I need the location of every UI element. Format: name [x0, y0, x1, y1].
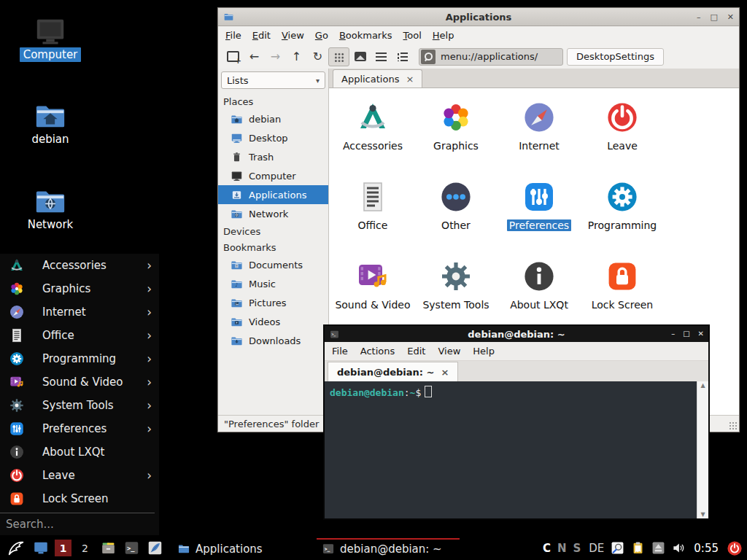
screenshot-tool-icon[interactable]: [611, 541, 624, 555]
terminal-titlebar[interactable]: >_ debian@debian: ~ – □ ✕: [325, 326, 708, 342]
menu-item-label: Office: [42, 329, 74, 342]
fm-close-button[interactable]: ✕: [727, 13, 734, 21]
start-menu-button[interactable]: [6, 539, 26, 557]
grid-item-accessories[interactable]: Accessories: [331, 100, 414, 152]
terminal-menu-view[interactable]: View: [438, 346, 460, 357]
sidebar-item-trash[interactable]: Trash: [218, 147, 328, 166]
launcher-featherpad[interactable]: [147, 540, 163, 556]
menu-item-about-lxqt[interactable]: About LXQt: [0, 440, 159, 464]
grid-item-graphics[interactable]: Graphics: [414, 100, 498, 152]
numlock-indicator[interactable]: N: [557, 542, 567, 555]
thumbnail-view-button[interactable]: [349, 47, 371, 66]
terminal-menu-edit[interactable]: Edit: [407, 346, 425, 357]
fm-maximize-button[interactable]: □: [710, 13, 717, 21]
menu-item-internet[interactable]: Internet ›: [0, 300, 159, 324]
grid-item-system-tools[interactable]: System Tools: [414, 259, 498, 311]
menu-item-graphics[interactable]: Graphics ›: [0, 277, 159, 300]
menu-item-accessories[interactable]: Accessories ›: [0, 254, 159, 277]
menu-item-lock-screen[interactable]: Lock Screen: [0, 487, 159, 510]
desktop-icon-computer[interactable]: Computer: [10, 15, 90, 61]
icon-view-button[interactable]: [328, 47, 349, 66]
fm-minimize-button[interactable]: –: [697, 13, 701, 21]
sidebar-item-label: Music: [249, 279, 276, 289]
taskbar-task-applications[interactable]: Applications: [172, 538, 309, 558]
menu-search-input[interactable]: Search...: [0, 513, 155, 535]
grid-item-label: Graphics: [431, 140, 481, 152]
taskbar-task-debian-debian[interactable]: >_ debian@debian: ~: [317, 538, 460, 558]
tab-close-icon[interactable]: ×: [406, 74, 414, 85]
fm-menu-bookmarks[interactable]: Bookmarks: [339, 30, 392, 41]
grid-item-sound-video[interactable]: Sound & Video: [331, 259, 414, 311]
terminal-maximize-button[interactable]: □: [683, 330, 689, 338]
detailed-view-button[interactable]: [392, 47, 413, 66]
fm-menu-view[interactable]: View: [282, 30, 304, 41]
fm-menu-tool[interactable]: Tool: [403, 30, 422, 41]
terminal-tab-close-icon[interactable]: ×: [441, 367, 449, 378]
grid-item-programming[interactable]: Programming: [581, 179, 664, 232]
sidebar-item-downloads[interactable]: Downloads: [218, 331, 328, 350]
menu-item-programming[interactable]: Programming ›: [0, 347, 159, 370]
sidebar-item-computer[interactable]: Computer: [218, 166, 328, 185]
grid-item-office[interactable]: Office: [331, 179, 414, 232]
terminal-tab[interactable]: debian@debian: ~ ×: [328, 362, 458, 382]
fm-menu-edit[interactable]: Edit: [252, 30, 271, 41]
scroll-up-icon[interactable]: ▲: [700, 382, 705, 389]
grid-item-about-lxqt[interactable]: About LXQt: [498, 259, 581, 311]
sidebar-item-network[interactable]: Network: [218, 204, 328, 223]
fm-menu-go[interactable]: Go: [315, 30, 328, 41]
sidebar-item-debian[interactable]: debian: [218, 109, 328, 128]
keyboard-layout-indicator[interactable]: DE: [589, 542, 604, 555]
menu-item-preferences[interactable]: Preferences ›: [0, 417, 159, 440]
menu-item-system-tools[interactable]: System Tools ›: [0, 394, 159, 417]
capslock-indicator[interactable]: C: [543, 542, 551, 555]
clipboard-icon[interactable]: [631, 541, 645, 555]
sidebar-item-videos[interactable]: Videos: [218, 312, 328, 331]
terminal-close-button[interactable]: ✕: [698, 330, 704, 338]
terminal-minimize-button[interactable]: –: [671, 330, 675, 338]
sidebar-item-pictures[interactable]: Pictures: [218, 293, 328, 312]
show-desktop-button[interactable]: [32, 540, 50, 556]
compact-view-button[interactable]: [371, 47, 392, 66]
sidebar-mode-select[interactable]: Lists ▾: [221, 71, 325, 89]
desktop-icon-network[interactable]: Network: [10, 184, 90, 231]
terminal-scrollbar[interactable]: ▲ ▼: [697, 381, 708, 518]
grid-item-lock-screen[interactable]: Lock Screen: [581, 259, 664, 311]
menu-item-office[interactable]: Office ›: [0, 324, 159, 347]
path-bar[interactable]: menu://applications/: [419, 48, 563, 66]
grid-item-preferences[interactable]: Preferences: [498, 179, 581, 232]
up-button[interactable]: ↑: [286, 47, 307, 66]
launcher-qterminal[interactable]: >_: [123, 540, 140, 556]
terminal-menu-actions[interactable]: Actions: [360, 346, 395, 357]
back-button[interactable]: ←: [244, 47, 265, 66]
desktop-settings-button[interactable]: DesktopSettings: [567, 48, 664, 66]
sidebar-item-applications[interactable]: Applications: [218, 185, 328, 204]
terminal-menu-help[interactable]: Help: [473, 346, 495, 357]
sidebar-item-documents[interactable]: Documents: [218, 255, 328, 274]
pager-desktop-2[interactable]: 2: [77, 540, 93, 556]
tab-applications[interactable]: Applications ×: [333, 69, 422, 88]
new-tab-button[interactable]: [222, 47, 244, 66]
menu-item-sound-video[interactable]: Sound & Video ›: [0, 370, 159, 394]
fm-titlebar[interactable]: Applications – □ ✕: [218, 8, 739, 26]
fm-menu-file[interactable]: File: [225, 30, 241, 41]
grid-item-other[interactable]: Other: [414, 179, 498, 232]
desktop-icon-debian[interactable]: debian: [10, 99, 90, 146]
scrolllock-indicator[interactable]: S: [573, 542, 581, 555]
grid-item-leave[interactable]: Leave: [581, 100, 664, 152]
sidebar-item-desktop[interactable]: Desktop: [218, 128, 328, 147]
scroll-down-icon[interactable]: ▼: [700, 511, 705, 518]
launcher-pcmanfm[interactable]: [100, 540, 117, 556]
eject-icon[interactable]: [651, 541, 665, 555]
volume-icon[interactable]: [672, 541, 686, 555]
reload-button[interactable]: ↻: [307, 47, 328, 66]
terminal-menu-file[interactable]: File: [332, 346, 348, 357]
terminal-body[interactable]: debian@debian:~$ ▲ ▼: [325, 381, 708, 518]
power-button[interactable]: [727, 540, 743, 556]
pager-desktop-1[interactable]: 1: [55, 540, 71, 556]
fm-menu-help[interactable]: Help: [433, 30, 454, 41]
sidebar-item-music[interactable]: ♪ Music: [218, 274, 328, 293]
clock[interactable]: 0:55: [694, 542, 719, 555]
menu-item-leave[interactable]: Leave ›: [0, 464, 159, 487]
grid-item-internet[interactable]: Internet: [498, 100, 581, 152]
forward-button[interactable]: →: [265, 47, 286, 66]
